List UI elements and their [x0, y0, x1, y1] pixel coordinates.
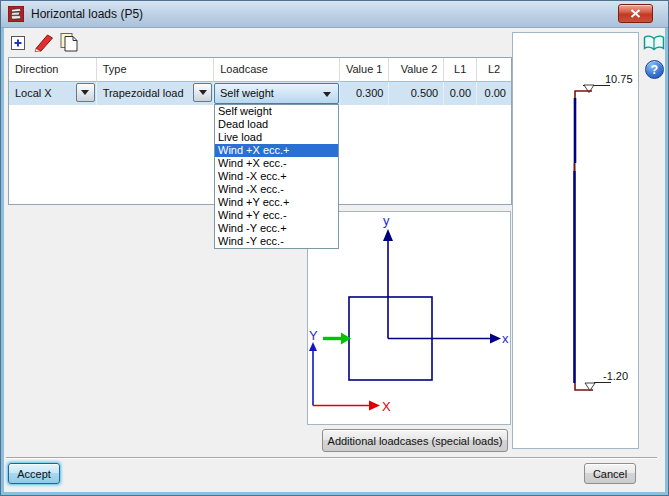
- local-y-label: y: [383, 213, 390, 228]
- type-dropdown-button[interactable]: [193, 83, 212, 102]
- col-header-l1[interactable]: L1: [444, 58, 477, 82]
- help-book-icon: [643, 34, 665, 54]
- col-header-l2[interactable]: L2: [477, 58, 511, 82]
- loadcase-option[interactable]: Wind -X ecc.-: [215, 183, 338, 196]
- loadcase-option[interactable]: Wind +X ecc.-: [215, 157, 338, 170]
- help-button[interactable]: ?: [645, 60, 664, 79]
- global-y-label: Y: [309, 328, 318, 343]
- global-x-arrow-icon: [369, 401, 380, 411]
- local-x-label: x: [502, 331, 509, 346]
- delete-row-icon: [33, 32, 55, 52]
- loadcase-option[interactable]: Dead load: [215, 118, 338, 131]
- cell-direction[interactable]: Local X: [9, 82, 97, 105]
- help-icon: ?: [651, 63, 658, 77]
- cell-l1[interactable]: 0.00: [444, 82, 477, 105]
- app-structure-icon: [8, 6, 24, 22]
- loadcase-option[interactable]: Wind +Y ecc.-: [215, 209, 338, 222]
- col-header-direction[interactable]: Direction: [9, 58, 97, 82]
- bottom-level-value: -1.20: [603, 370, 628, 382]
- global-y-arrow-icon: [309, 342, 317, 351]
- col-header-type[interactable]: Type: [97, 58, 215, 82]
- loadcase-option[interactable]: Self weight: [215, 105, 338, 118]
- copy-row-icon: [59, 32, 79, 52]
- direction-dropdown-button[interactable]: [76, 83, 95, 102]
- dialog-window: Horizontal loads (P5) Directi: [0, 0, 669, 496]
- add-row-button[interactable]: [7, 32, 31, 54]
- close-icon: [630, 9, 641, 18]
- column-elevation-diagram: 10.75 -1.20: [513, 33, 638, 448]
- loadcase-option[interactable]: Wind -X ecc.+: [215, 170, 338, 183]
- loadcase-combobox[interactable]: Self weight: [214, 83, 339, 104]
- loadcase-option[interactable]: Live load: [215, 131, 338, 144]
- cell-value1[interactable]: 0.300: [340, 82, 390, 105]
- type-value: Trapezoidal load: [103, 87, 184, 99]
- loadcase-option[interactable]: Wind -Y ecc.-: [215, 235, 338, 248]
- documentation-button[interactable]: [643, 34, 665, 58]
- titlebar[interactable]: Horizontal loads (P5): [1, 1, 668, 28]
- chevron-down-icon: [323, 92, 331, 97]
- local-x-arrow-icon: [490, 334, 501, 344]
- column-elevation-panel: 10.75 -1.20: [512, 32, 639, 449]
- close-button[interactable]: [618, 4, 653, 23]
- chevron-down-icon: [81, 90, 89, 95]
- local-y-arrow-icon: [383, 229, 393, 241]
- chevron-down-icon: [199, 90, 207, 95]
- table-header-row: Direction Type Loadcase Value 1 Value 2 …: [9, 58, 511, 82]
- direction-value: Local X: [15, 87, 52, 99]
- window-title: Horizontal loads (P5): [31, 7, 143, 21]
- cancel-button[interactable]: Cancel: [584, 463, 636, 484]
- cell-type[interactable]: Trapezoidal load: [97, 82, 215, 105]
- loadcase-selected-value: Self weight: [220, 87, 274, 99]
- col-header-value2[interactable]: Value 2: [389, 58, 444, 82]
- cell-value2[interactable]: 0.500: [389, 82, 444, 105]
- loadcase-option-highlighted[interactable]: Wind +X ecc.+: [215, 144, 338, 157]
- loadcase-option[interactable]: Wind -Y ecc.+: [215, 222, 338, 235]
- additional-loadcases-button[interactable]: Additional loadcases (special loads): [322, 429, 508, 452]
- copy-row-button[interactable]: [57, 31, 81, 53]
- cell-l2[interactable]: 0.00: [477, 82, 511, 105]
- delete-row-button[interactable]: [32, 31, 56, 53]
- bottom-separator: [6, 457, 657, 458]
- global-x-label: X: [382, 399, 391, 414]
- loadcase-dropdown-list: Self weight Dead load Live load Wind +X …: [214, 104, 339, 249]
- top-level-value: 10.75: [605, 73, 633, 85]
- loadcase-option[interactable]: Wind +Y ecc.+: [215, 196, 338, 209]
- col-header-value1[interactable]: Value 1: [340, 58, 390, 82]
- col-header-loadcase[interactable]: Loadcase: [214, 58, 339, 82]
- accept-button[interactable]: Accept: [8, 463, 60, 484]
- add-row-icon: [10, 34, 28, 52]
